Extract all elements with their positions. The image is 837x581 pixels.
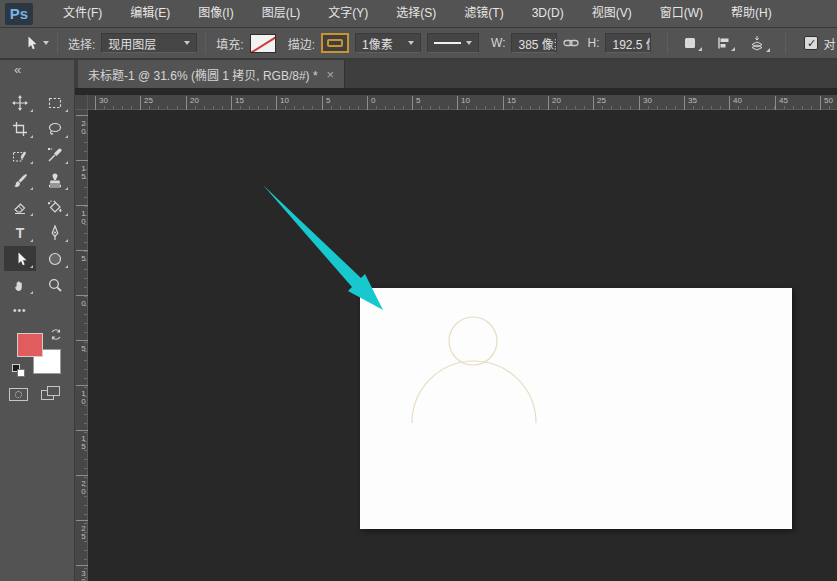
brush-icon — [12, 173, 28, 189]
marquee-tool[interactable] — [39, 90, 71, 115]
paint-bucket-tool[interactable] — [39, 194, 71, 219]
menu-item-layer[interactable]: 图层(L) — [248, 0, 315, 27]
ruler-label: 30 — [95, 96, 108, 110]
ellipsis-icon: ••• — [13, 305, 27, 316]
flyout-triangle-icon — [698, 47, 702, 51]
ellipse-shape-tool[interactable] — [39, 246, 71, 271]
path-arrangement-icon — [749, 36, 765, 51]
align-edges-checkbox[interactable]: ✓ — [804, 36, 818, 50]
more-tools-button[interactable]: ••• — [4, 298, 36, 323]
flyout-triangle-icon — [65, 265, 68, 268]
ruler-label: 20 — [76, 115, 88, 135]
screen-mode-button[interactable] — [41, 386, 61, 402]
menu-item-help[interactable]: 帮助(H) — [717, 0, 786, 27]
flyout-triangle-icon — [65, 161, 68, 164]
path-selection-tool-selected[interactable] — [4, 246, 36, 271]
hand-tool[interactable] — [4, 272, 36, 297]
ruler-label: 30 — [639, 96, 652, 110]
ruler-label: 10 — [457, 96, 470, 110]
ruler-label: 25 — [593, 96, 606, 110]
menu-item-file[interactable]: 文件(F) — [49, 0, 116, 27]
solid-line-icon — [434, 42, 461, 44]
ruler-label: 0 — [76, 295, 88, 307]
quick-selection-icon — [12, 147, 28, 163]
flyout-triangle-icon — [30, 161, 33, 164]
flyout-triangle-icon — [731, 47, 735, 51]
flyout-triangle-icon — [30, 213, 33, 216]
menu-item-image[interactable]: 图像(I) — [184, 0, 247, 27]
quick-selection-tool[interactable] — [4, 142, 36, 167]
document-area: 未标题-1 @ 31.6% (椭圆 1 拷贝, RGB/8#) * × 30 2… — [75, 60, 837, 581]
ruler-label: 20 — [186, 96, 199, 110]
ruler-label: 15 — [231, 96, 244, 110]
menu-item-filter[interactable]: 滤镜(T) — [450, 0, 517, 27]
photoshop-window: Ps 文件(F) 编辑(E) 图像(I) 图层(L) 文字(Y) 选择(S) 滤… — [0, 0, 837, 581]
quick-mask-icon — [15, 391, 22, 398]
stroke-type-dropdown[interactable] — [427, 33, 479, 53]
stroke-swatch[interactable] — [321, 33, 349, 53]
tool-options-bar: 选择: 现用图层 填充: 描边: 1像素 W: 385 像素 H: 192.5 … — [0, 28, 837, 60]
crop-tool[interactable] — [4, 116, 36, 141]
menu-item-type[interactable]: 文字(Y) — [314, 0, 382, 27]
eraser-tool[interactable] — [4, 194, 36, 219]
document-canvas[interactable] — [360, 288, 792, 529]
ruler-label: 5 — [322, 96, 330, 110]
ellipse-icon — [47, 251, 63, 267]
flyout-triangle-icon — [30, 187, 33, 190]
swap-colors-icon[interactable] — [49, 328, 63, 341]
flyout-triangle-icon — [30, 291, 33, 294]
eyedropper-tool[interactable] — [39, 142, 71, 167]
eraser-icon — [12, 199, 28, 215]
zoom-tool[interactable] — [39, 272, 71, 297]
path-arrangement-button[interactable] — [749, 36, 770, 51]
head-circle-shape — [449, 317, 497, 365]
stroke-width-dropdown[interactable]: 1像素 — [355, 33, 421, 53]
path-operations-button[interactable] — [683, 36, 702, 50]
ruler-label: 50 — [820, 96, 833, 110]
screen-mode-icon — [47, 386, 60, 396]
menu-item-3d[interactable]: 3D(D) — [518, 0, 578, 27]
lasso-tool[interactable] — [39, 116, 71, 141]
clone-stamp-tool[interactable] — [39, 168, 71, 193]
current-tool-preset[interactable] — [22, 35, 49, 51]
ruler-label: 25 — [76, 520, 88, 540]
pen-tool[interactable] — [39, 220, 71, 245]
flyout-triangle-icon — [65, 187, 68, 190]
ruler-label: 10 — [76, 205, 88, 225]
marquee-icon — [47, 95, 63, 111]
canvas-workspace[interactable]: 30 25 20 15 10 5 0 5 10 15 20 25 30 35 4… — [75, 88, 837, 581]
default-colors-icon[interactable] — [12, 364, 26, 378]
ruler-label: 20 — [76, 475, 88, 495]
move-icon — [12, 95, 28, 111]
paint-bucket-icon — [47, 199, 63, 215]
fill-swatch[interactable] — [250, 34, 276, 53]
close-tab-icon[interactable]: × — [327, 67, 335, 82]
left-ruler[interactable]: 20 15 10 5 0 5 10 15 20 25 30 — [75, 110, 88, 581]
collapse-panel-button[interactable]: « — [14, 62, 21, 77]
path-alignment-icon — [716, 36, 730, 50]
top-ruler[interactable]: 30 25 20 15 10 5 0 5 10 15 20 25 30 35 4… — [88, 95, 837, 110]
quick-mask-button[interactable] — [9, 388, 28, 401]
tool-panel: « — [0, 60, 75, 581]
move-tool[interactable] — [4, 90, 36, 115]
menu-item-view[interactable]: 视图(V) — [578, 0, 646, 27]
shape-height-field[interactable]: 192.5 像素 — [605, 33, 651, 53]
select-mode-label: 选择: — [68, 35, 95, 52]
shape-width-field[interactable]: 385 像素 — [511, 33, 557, 53]
path-alignment-button[interactable] — [716, 36, 735, 50]
flyout-triangle-icon — [65, 135, 68, 138]
foreground-color-swatch[interactable] — [17, 333, 43, 357]
menu-item-select[interactable]: 选择(S) — [382, 0, 450, 27]
brush-tool[interactable] — [4, 168, 36, 193]
ruler-label: 25 — [140, 96, 153, 110]
menu-item-edit[interactable]: 编辑(E) — [116, 0, 184, 27]
ruler-label: 5 — [76, 340, 88, 352]
menu-bar: Ps 文件(F) 编辑(E) 图像(I) 图层(L) 文字(Y) 选择(S) 滤… — [0, 0, 837, 28]
document-tab[interactable]: 未标题-1 @ 31.6% (椭圆 1 拷贝, RGB/8#) * × — [78, 60, 345, 88]
menu-item-window[interactable]: 窗口(W) — [646, 0, 717, 27]
person-outline-shape — [360, 288, 792, 529]
ruler-label: 15 — [76, 160, 88, 180]
type-tool[interactable]: T — [4, 220, 36, 245]
select-mode-dropdown[interactable]: 现用图层 — [101, 33, 197, 53]
link-dimensions-icon[interactable] — [563, 37, 579, 49]
